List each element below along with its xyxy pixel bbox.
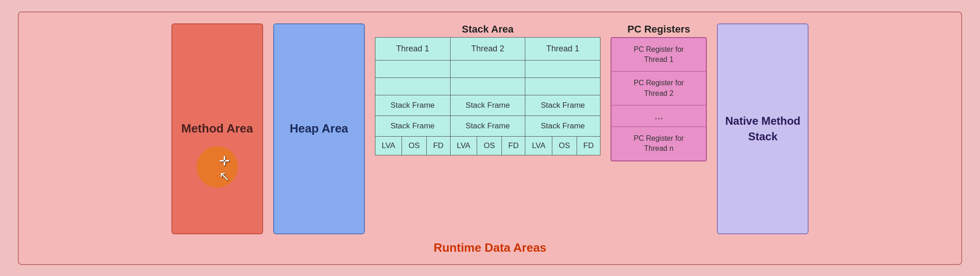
- frame-1-t1: Stack Frame: [375, 95, 450, 116]
- pc-section: PC Registers PC Register forThread 1 PC …: [611, 23, 707, 234]
- thread3-header: Thread 1: [525, 37, 600, 60]
- os-3: OS: [552, 136, 577, 155]
- frame-2-t2: Stack Frame: [450, 116, 525, 136]
- cursor-icon: ✛↖: [219, 154, 230, 184]
- frame-1-t3: Stack Frame: [525, 95, 600, 116]
- pc-register-threadn: PC Register forThread n: [611, 127, 706, 160]
- footer-label: Runtime Data Areas: [434, 241, 546, 255]
- thread2-header: Thread 2: [450, 37, 525, 60]
- frame-1-t2: Stack Frame: [450, 95, 525, 116]
- stack-table: Thread 1 Thread 2 Thread 1: [375, 37, 601, 155]
- pc-box: PC Register forThread 1 PC Register forT…: [611, 37, 707, 161]
- orange-circle: [197, 146, 238, 188]
- frame-2-t1: Stack Frame: [375, 116, 450, 136]
- lva-2: LVA: [450, 136, 477, 155]
- main-row: ✛↖ Method Area Heap Area Stack Area Thre…: [32, 23, 948, 234]
- heap-area: Heap Area: [273, 23, 365, 234]
- fd-3: FD: [577, 136, 600, 155]
- frame-row-2: Stack Frame Stack Frame Stack Frame: [375, 116, 600, 136]
- lva-1: LVA: [375, 136, 402, 155]
- os-1: OS: [402, 136, 427, 155]
- heap-area-label: Heap Area: [290, 121, 348, 137]
- native-method-stack-label: Native Method Stack: [718, 113, 808, 144]
- frame-row-1: Stack Frame Stack Frame Stack Frame: [375, 95, 600, 116]
- method-area-label: Method Area: [181, 121, 253, 137]
- pc-ellipsis: ...: [611, 105, 706, 127]
- empty-row-1: [375, 60, 600, 77]
- pc-register-thread1: PC Register forThread 1: [611, 38, 706, 72]
- frame-2-t3: Stack Frame: [525, 116, 600, 136]
- thread-header-row: Thread 1 Thread 2 Thread 1: [375, 37, 600, 60]
- fd-1: FD: [426, 136, 450, 155]
- empty-row-2: [375, 77, 600, 95]
- native-method-stack: Native Method Stack: [717, 23, 809, 234]
- outer-container: ✛↖ Method Area Heap Area Stack Area Thre…: [18, 11, 962, 265]
- method-area: ✛↖ Method Area: [171, 23, 263, 234]
- stack-section: Stack Area Thread 1 Thread 2 Thread 1: [375, 23, 601, 234]
- pc-registers-title: PC Registers: [628, 23, 690, 35]
- os-2: OS: [477, 136, 502, 155]
- stack-area-title: Stack Area: [462, 23, 514, 35]
- thread1-header: Thread 1: [375, 37, 450, 60]
- fd-2: FD: [501, 136, 525, 155]
- lva-row: LVA OS FD LVA OS FD LVA OS FD: [375, 136, 600, 155]
- lva-3: LVA: [525, 136, 552, 155]
- pc-register-thread2: PC Register forThread 2: [611, 72, 706, 105]
